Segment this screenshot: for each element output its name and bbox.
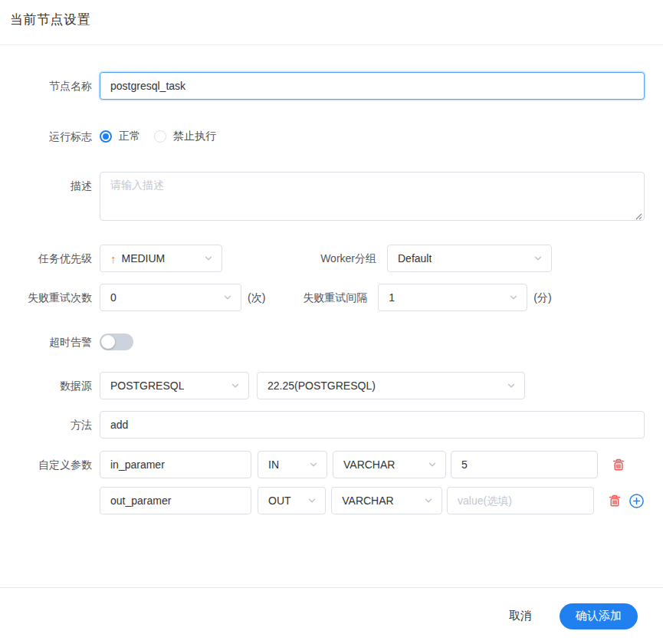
radio-option-label: 正常: [119, 130, 140, 143]
custom-params-label: 自定义参数: [0, 451, 92, 478]
datasource-type-value: POSTGRESQL: [110, 380, 184, 392]
run-flag-label: 运行标志: [0, 123, 92, 150]
param-direct-select[interactable]: OUT: [258, 487, 326, 514]
method-input[interactable]: [100, 411, 645, 439]
dialog-footer: 取消 确认添加: [0, 587, 663, 644]
plus-circle-icon: [629, 493, 645, 509]
retry-times-label: 失败重试次数: [0, 284, 92, 311]
timeout-alarm-label: 超时告警: [0, 328, 92, 356]
priority-worker-row: 任务优先级 ↑ MEDIUM Worker分组 Default: [0, 245, 645, 272]
chevron-down-icon: [424, 496, 433, 505]
dialog-body: 节点名称 运行标志 正常 禁止执行 描述: [0, 72, 663, 514]
priority-select[interactable]: ↑ MEDIUM: [100, 245, 222, 272]
worker-group-label: Worker分组: [222, 245, 376, 272]
retry-times-suffix: (次): [248, 284, 265, 311]
chevron-down-icon: [533, 254, 543, 263]
description-label: 描述: [0, 172, 92, 199]
timeout-alarm-toggle[interactable]: [100, 334, 133, 350]
priority-label: 任务优先级: [0, 245, 92, 272]
dialog-title: 当前节点设置: [10, 11, 651, 28]
param-type-value: VARCHAR: [343, 458, 395, 471]
radio-option-forbidden[interactable]: 禁止执行: [154, 130, 216, 143]
retry-interval-value: 1: [389, 291, 395, 304]
chevron-down-icon: [509, 293, 518, 302]
param-prop-input[interactable]: [100, 487, 251, 514]
chevron-down-icon: [309, 460, 318, 469]
worker-group-value: Default: [398, 252, 432, 264]
datasource-instance-select[interactable]: 22.25(POSTGRESQL): [257, 372, 525, 399]
node-settings-dialog: 当前节点设置 节点名称 运行标志 正常 禁止执行 描述: [0, 0, 663, 644]
priority-value: MEDIUM: [122, 252, 166, 264]
param-direct-value: OUT: [268, 495, 291, 507]
radio-selected-icon[interactable]: [100, 130, 112, 143]
chevron-down-icon: [428, 460, 437, 469]
param-value-input[interactable]: [451, 451, 598, 478]
toggle-knob: [101, 335, 115, 349]
datasource-instance-value: 22.25(POSTGRESQL): [267, 380, 376, 392]
radio-option-label: 禁止执行: [173, 130, 216, 143]
datasource-label: 数据源: [0, 372, 92, 399]
radio-unselected-icon[interactable]: [154, 130, 166, 143]
delete-param-button[interactable]: [607, 487, 622, 514]
chevron-down-icon: [307, 496, 317, 505]
description-textarea[interactable]: [100, 172, 645, 221]
param-value-input[interactable]: [447, 487, 594, 514]
trash-icon: [611, 457, 626, 472]
dialog-header: 当前节点设置: [0, 0, 663, 45]
radio-option-normal[interactable]: 正常: [100, 130, 140, 143]
retry-times-value: 0: [110, 291, 117, 304]
retry-interval-suffix: (分): [533, 284, 551, 311]
retry-times-select[interactable]: 0: [100, 284, 241, 311]
param-type-select[interactable]: VARCHAR: [333, 451, 446, 478]
param-direct-value: IN: [268, 458, 279, 471]
param-type-value: VARCHAR: [342, 495, 393, 507]
node-name-label: 节点名称: [0, 72, 92, 100]
priority-up-arrow-icon: ↑: [110, 252, 117, 265]
chevron-down-icon: [204, 254, 213, 263]
delete-param-button[interactable]: [611, 451, 626, 478]
retry-row: 失败重试次数 0 (次) 失败重试间隔 1 (分): [0, 284, 645, 311]
trash-icon: [607, 493, 622, 508]
param-prop-input[interactable]: [100, 451, 251, 478]
chevron-down-icon: [223, 293, 232, 302]
description-row: 描述: [0, 172, 645, 223]
cancel-button[interactable]: 取消: [507, 604, 533, 628]
add-param-button[interactable]: [629, 487, 645, 514]
worker-group-select[interactable]: Default: [387, 245, 552, 272]
node-name-row: 节点名称: [0, 72, 645, 100]
chevron-down-icon: [231, 381, 240, 390]
datasource-row: 数据源 POSTGRESQL 22.25(POSTGRESQL): [0, 372, 645, 399]
param-type-select[interactable]: VARCHAR: [331, 487, 442, 514]
param-direct-select[interactable]: IN: [258, 451, 327, 478]
retry-interval-label: 失败重试间隔: [265, 284, 367, 311]
method-row: 方法: [0, 411, 645, 439]
custom-param-row: OUT VARCHAR: [0, 487, 645, 514]
confirm-add-button[interactable]: 确认添加: [560, 603, 638, 629]
run-flag-row: 运行标志 正常 禁止执行: [0, 123, 645, 150]
method-label: 方法: [0, 411, 92, 439]
run-flag-radio-group: 正常 禁止执行: [100, 129, 230, 144]
node-name-input[interactable]: [100, 72, 645, 100]
datasource-type-select[interactable]: POSTGRESQL: [100, 372, 249, 399]
custom-param-row: 自定义参数 IN VARCHAR: [0, 451, 645, 478]
retry-interval-select[interactable]: 1: [378, 284, 527, 311]
chevron-down-icon: [507, 381, 516, 390]
timeout-alarm-row: 超时告警: [0, 328, 645, 356]
